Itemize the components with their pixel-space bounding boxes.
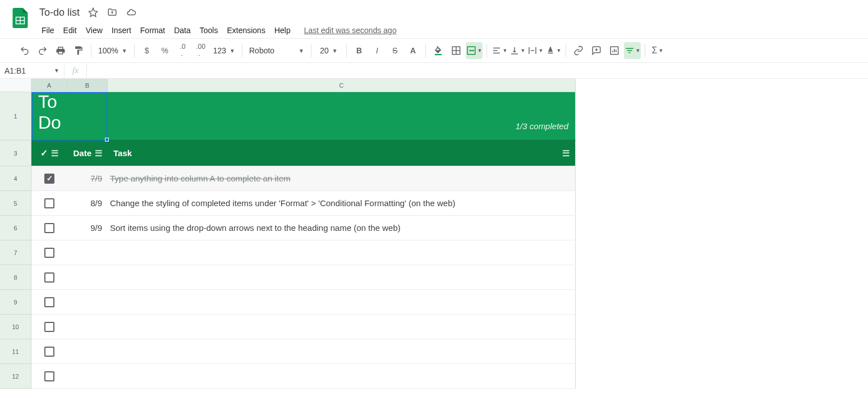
cell-completed-count[interactable]: 1/3 completed bbox=[108, 92, 576, 140]
vertical-align-button[interactable]: ▼ bbox=[509, 42, 526, 59]
insert-chart-button[interactable] bbox=[606, 42, 623, 59]
format-123-dropdown[interactable]: 123▼ bbox=[210, 42, 238, 59]
cell-date[interactable] bbox=[67, 315, 108, 339]
cell-task[interactable] bbox=[108, 240, 576, 265]
heading-task[interactable]: Task☰ bbox=[108, 140, 576, 166]
filter-icon[interactable]: ☰ bbox=[51, 148, 58, 158]
row-header-3[interactable]: 3 bbox=[0, 140, 31, 166]
star-icon[interactable] bbox=[86, 6, 100, 19]
text-wrap-button[interactable]: ▼ bbox=[527, 42, 544, 59]
menu-file[interactable]: File bbox=[37, 24, 59, 37]
cell-date[interactable]: 8/9 bbox=[67, 191, 108, 215]
format-percent-button[interactable]: % bbox=[157, 42, 173, 59]
menu-format[interactable]: Format bbox=[136, 24, 169, 37]
filter-icon[interactable]: ☰ bbox=[95, 148, 102, 158]
print-button[interactable] bbox=[52, 42, 69, 59]
undo-button[interactable] bbox=[16, 42, 33, 59]
bold-button[interactable]: B bbox=[351, 42, 368, 59]
font-dropdown[interactable]: Roboto▼ bbox=[246, 42, 307, 59]
cell-checkbox[interactable] bbox=[31, 216, 67, 240]
document-title[interactable]: To-do list bbox=[39, 7, 80, 19]
select-all-corner[interactable] bbox=[0, 79, 31, 92]
strikethrough-button[interactable]: S bbox=[387, 42, 403, 59]
row-header-11[interactable]: 11 bbox=[0, 339, 31, 364]
row-header-8[interactable]: 8 bbox=[0, 265, 31, 290]
paint-format-button[interactable] bbox=[70, 42, 87, 59]
column-header-B[interactable]: B bbox=[67, 79, 108, 92]
cell-date[interactable] bbox=[67, 265, 108, 289]
checkbox[interactable] bbox=[44, 174, 54, 184]
font-size-dropdown[interactable]: 20▼ bbox=[315, 42, 343, 59]
cell-task[interactable]: Change the styling of completed items un… bbox=[108, 191, 576, 215]
cell-date[interactable]: 7/9 bbox=[67, 166, 108, 190]
increase-decimal-button[interactable]: .00→ bbox=[192, 42, 209, 59]
cell-checkbox[interactable] bbox=[31, 166, 67, 190]
row-header-4[interactable]: 4 bbox=[0, 166, 31, 191]
row-header-9[interactable]: 9 bbox=[0, 290, 31, 315]
cell-task[interactable]: Type anything into column A to complete … bbox=[108, 166, 576, 190]
zoom-dropdown[interactable]: 100%▼ bbox=[95, 42, 131, 59]
sheets-logo[interactable] bbox=[9, 7, 31, 29]
cell-checkbox[interactable] bbox=[31, 191, 67, 215]
filter-button[interactable]: ▼ bbox=[624, 42, 641, 59]
row-header-7[interactable]: 7 bbox=[0, 240, 31, 265]
checkbox[interactable] bbox=[44, 347, 54, 357]
filter-icon[interactable]: ☰ bbox=[562, 148, 570, 158]
menu-help[interactable]: Help bbox=[270, 24, 295, 37]
redo-button[interactable] bbox=[34, 42, 51, 59]
menu-tools[interactable]: Tools bbox=[195, 24, 223, 37]
checkbox[interactable] bbox=[44, 198, 54, 208]
last-edit-link[interactable]: Last edit was seconds ago bbox=[304, 26, 397, 35]
merge-cells-button[interactable]: ▼ bbox=[466, 42, 483, 59]
checkbox[interactable] bbox=[44, 223, 54, 233]
insert-link-button[interactable] bbox=[570, 42, 587, 59]
menu-edit[interactable]: Edit bbox=[59, 24, 81, 37]
cell-task[interactable] bbox=[108, 315, 576, 339]
cell-date[interactable] bbox=[67, 290, 108, 314]
cell-date[interactable] bbox=[67, 240, 108, 265]
checkbox[interactable] bbox=[44, 248, 54, 258]
insert-comment-button[interactable] bbox=[588, 42, 605, 59]
cloud-status-icon[interactable] bbox=[125, 6, 138, 19]
row-header-10[interactable]: 10 bbox=[0, 315, 31, 339]
checkbox[interactable] bbox=[44, 297, 54, 307]
italic-button[interactable]: I bbox=[369, 42, 385, 59]
row-header-1[interactable]: 1 bbox=[0, 92, 31, 140]
cell-task[interactable] bbox=[108, 290, 576, 314]
menu-extensions[interactable]: Extensions bbox=[222, 24, 269, 37]
row-header-12[interactable]: 12 bbox=[0, 364, 31, 389]
cell-checkbox[interactable] bbox=[31, 339, 67, 363]
cell-date[interactable]: 9/9 bbox=[67, 216, 108, 240]
column-header-A[interactable]: A bbox=[31, 79, 67, 92]
cell-date[interactable] bbox=[67, 339, 108, 363]
functions-button[interactable]: Σ▼ bbox=[649, 42, 666, 59]
fill-color-button[interactable] bbox=[430, 42, 447, 59]
checkbox[interactable] bbox=[44, 371, 54, 381]
cell-task[interactable] bbox=[108, 265, 576, 289]
cell-task[interactable] bbox=[108, 364, 576, 388]
cell-checkbox[interactable] bbox=[31, 240, 67, 265]
heading-date[interactable]: Date☰ bbox=[67, 140, 108, 166]
cell-title[interactable]: To Do bbox=[31, 92, 67, 140]
row-header-6[interactable]: 6 bbox=[0, 216, 31, 240]
menu-view[interactable]: View bbox=[81, 24, 107, 37]
name-box[interactable]: A1:B1▼ bbox=[0, 63, 65, 78]
checkbox[interactable] bbox=[44, 272, 54, 283]
heading-check[interactable]: ✓☰ bbox=[31, 140, 67, 166]
horizontal-align-button[interactable]: ▼ bbox=[491, 42, 508, 59]
cell-checkbox[interactable] bbox=[31, 315, 67, 339]
cell-date[interactable] bbox=[67, 364, 108, 388]
move-to-folder-icon[interactable] bbox=[105, 6, 119, 19]
borders-button[interactable] bbox=[448, 42, 465, 59]
row-header-5[interactable]: 5 bbox=[0, 191, 31, 216]
column-header-C[interactable]: C bbox=[108, 79, 576, 92]
menu-data[interactable]: Data bbox=[169, 24, 195, 37]
text-color-button[interactable]: A bbox=[405, 42, 421, 59]
format-currency-button[interactable]: $ bbox=[139, 42, 155, 59]
cell-task[interactable] bbox=[108, 339, 576, 363]
spreadsheet-grid[interactable]: ABC 13456789101112 To Do 1/3 completed ✓… bbox=[0, 79, 868, 414]
menu-insert[interactable]: Insert bbox=[107, 24, 136, 37]
cell-title-b[interactable] bbox=[67, 92, 108, 140]
decrease-decimal-button[interactable]: .0← bbox=[174, 42, 191, 59]
cell-checkbox[interactable] bbox=[31, 364, 67, 388]
